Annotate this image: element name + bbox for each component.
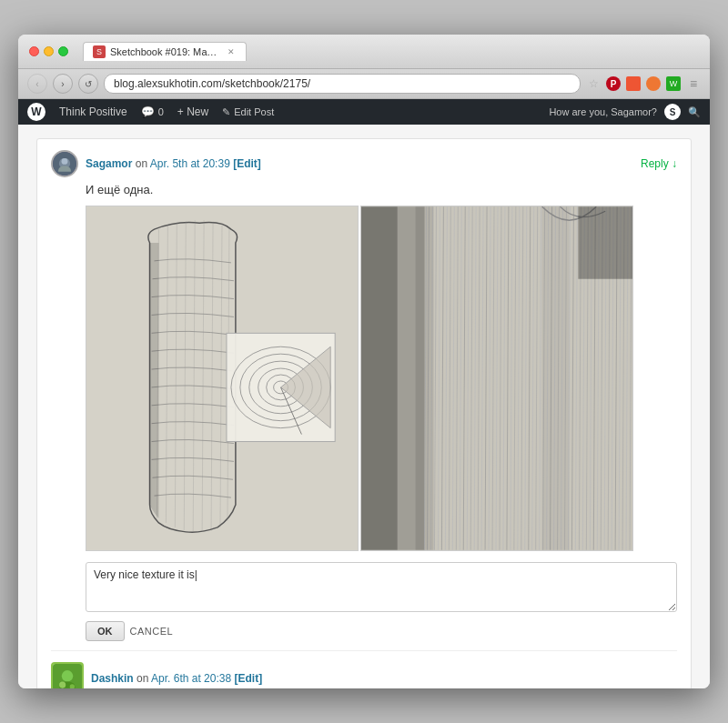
- wp-new-item[interactable]: + New: [177, 105, 208, 118]
- wp-logo[interactable]: W: [27, 103, 46, 121]
- wp-comments-item[interactable]: 💬 0: [141, 105, 164, 118]
- reply-form: OK CANCEL: [86, 562, 677, 641]
- extension-icon-orange[interactable]: [646, 76, 661, 91]
- sketch-right-svg: [361, 206, 632, 550]
- edit-link[interactable]: [Edit]: [233, 157, 261, 170]
- author-link[interactable]: Sagamor: [86, 157, 136, 170]
- author-name: Sagamor: [86, 157, 132, 170]
- wp-admin-left: W Think Positive 💬 0 + New ✎ Edit Post: [27, 103, 274, 121]
- user-avatar[interactable]: S: [664, 104, 681, 120]
- wp-admin-bar: W Think Positive 💬 0 + New ✎ Edit Post H…: [18, 99, 710, 125]
- edit-icon: ✎: [222, 106, 230, 118]
- forward-icon: ›: [61, 79, 64, 89]
- tab-close-icon[interactable]: ✕: [226, 46, 237, 57]
- page-content: Sagamor on Apr. 5th at 20:39 [Edit] Repl…: [18, 125, 710, 688]
- comment-text: И ещё одна.: [86, 183, 677, 196]
- svg-rect-72: [416, 206, 434, 549]
- svg-point-76: [62, 670, 73, 681]
- svg-rect-12: [361, 206, 398, 549]
- svg-rect-73: [542, 206, 570, 549]
- comment-item-dashkin: Dashkin on Apr. 6th at 20:38 [Edit] Мммм…: [51, 650, 677, 688]
- back-icon: ‹: [35, 79, 38, 89]
- comment-meta-dashkin: Dashkin on Apr. 6th at 20:38 [Edit]: [91, 672, 262, 685]
- reload-icon: ↺: [85, 79, 92, 89]
- image-grid: [86, 206, 677, 551]
- minimize-button[interactable]: [44, 46, 54, 56]
- maximize-button[interactable]: [58, 46, 68, 56]
- traffic-lights: [29, 46, 68, 56]
- forward-button[interactable]: ›: [53, 74, 73, 94]
- wp-search-icon[interactable]: 🔍: [688, 106, 701, 118]
- edit-post-label: Edit Post: [234, 106, 274, 117]
- avatar-svg: [53, 150, 76, 177]
- tab-favicon: S: [93, 45, 106, 58]
- comment-author-info: Sagamor on Apr. 5th at 20:39 [Edit]: [51, 150, 261, 177]
- comment-date: Apr. 5th at 20:39: [150, 157, 230, 170]
- avatar: [51, 150, 78, 177]
- dashkin-edit-link[interactable]: [Edit]: [234, 672, 262, 685]
- cancel-button[interactable]: CANCEL: [130, 626, 174, 637]
- wp-edit-post[interactable]: ✎ Edit Post: [222, 106, 274, 118]
- title-bar: S Sketchbook #019: Матер... ✕: [18, 35, 710, 69]
- settings-icon[interactable]: ≡: [686, 76, 701, 91]
- browser-window: S Sketchbook #019: Матер... ✕ ‹ › ↺ ☆ P …: [18, 35, 710, 688]
- address-bar: ‹ › ↺ ☆ P W ≡: [18, 69, 710, 99]
- dashkin-on: on: [136, 672, 151, 685]
- tab-bar: S Sketchbook #019: Матер... ✕: [83, 42, 699, 61]
- sketch-right: [360, 206, 633, 551]
- comment-meta: Sagamor on Apr. 5th at 20:39 [Edit]: [86, 157, 261, 170]
- sketch-left-svg: [86, 206, 358, 550]
- wp-site-name: Think Positive: [59, 105, 127, 118]
- dashkin-avatar-svg: [53, 662, 82, 688]
- comment-header: Sagamor on Apr. 5th at 20:39 [Edit] Repl…: [51, 150, 677, 177]
- bookmark-icon[interactable]: ☆: [586, 76, 601, 91]
- comment-item-header-dashkin: Dashkin on Apr. 6th at 20:38 [Edit]: [51, 662, 677, 688]
- svg-point-77: [59, 682, 66, 688]
- main-comment-block: Sagamor on Apr. 5th at 20:39 [Edit] Repl…: [36, 138, 692, 688]
- ok-button[interactable]: OK: [86, 621, 125, 641]
- site-name-label[interactable]: Think Positive: [59, 105, 127, 118]
- dashkin-date: Apr. 6th at 20:38: [151, 672, 231, 685]
- new-label: + New: [177, 105, 208, 118]
- back-button[interactable]: ‹: [27, 74, 47, 94]
- on-text: on: [136, 157, 150, 170]
- comment-icon: 💬: [141, 105, 155, 118]
- wp-admin-right: How are you, Sagamor? S 🔍: [549, 104, 701, 120]
- extension-icon-green[interactable]: W: [666, 76, 681, 91]
- reply-textarea[interactable]: [86, 562, 677, 612]
- browser-tab[interactable]: S Sketchbook #019: Матер... ✕: [83, 42, 247, 61]
- avatar-dashkin: [51, 662, 84, 688]
- browser-icons: ☆ P W ≡: [586, 76, 701, 91]
- sketch-left: [86, 206, 359, 551]
- pinterest-icon[interactable]: P: [606, 76, 621, 91]
- svg-rect-74: [578, 206, 632, 278]
- dashkin-author: Dashkin: [91, 672, 134, 685]
- reload-button[interactable]: ↺: [78, 74, 98, 94]
- extension-icon-red[interactable]: [626, 76, 641, 91]
- tab-title: Sketchbook #019: Матер...: [110, 46, 221, 57]
- close-button[interactable]: [29, 46, 39, 56]
- greeting-text: How are you, Sagamor?: [549, 106, 657, 117]
- url-input[interactable]: [104, 74, 581, 94]
- reply-link[interactable]: Reply ↓: [641, 157, 677, 170]
- svg-point-1: [62, 158, 68, 165]
- form-buttons: OK CANCEL: [86, 621, 677, 641]
- comments-count: 0: [158, 106, 164, 117]
